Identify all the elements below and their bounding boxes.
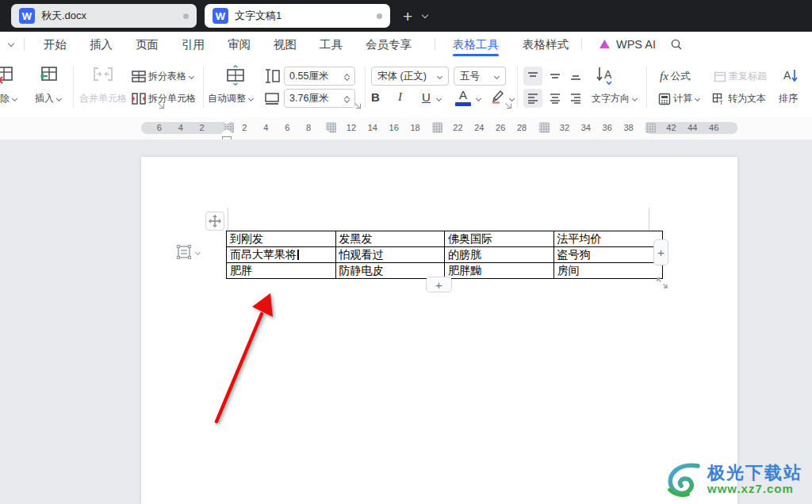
repeat-header-label: 重复标题 [729, 70, 767, 83]
chevron-down-icon[interactable] [476, 97, 481, 101]
table-cell[interactable]: 的膀胱 [445, 247, 554, 263]
table-column-marker[interactable] [645, 122, 656, 133]
calculate-button[interactable]: 计算 [658, 92, 700, 105]
table-cell[interactable]: 怕观看过 [335, 247, 445, 263]
spinner-down-icon[interactable] [344, 76, 350, 80]
table-cell[interactable]: 肥胖黝 [445, 263, 554, 279]
add-row-button[interactable]: + [426, 277, 452, 292]
chevron-down-icon[interactable] [436, 97, 442, 101]
row-selector-button[interactable] [175, 243, 201, 261]
italic-label: I [398, 90, 402, 104]
calculator-icon [658, 93, 671, 105]
ruler[interactable]: 6422468101214161820222426283032343638404… [0, 117, 812, 140]
convert-to-text-button[interactable]: T 转为文本 [712, 92, 766, 105]
menu-tools[interactable]: 工具 [320, 37, 343, 52]
table-cell[interactable]: 盗号狗 [553, 247, 663, 263]
table-to-text-icon: T [712, 93, 726, 105]
ruler-number: 28 [517, 123, 527, 132]
table-cell[interactable]: 法平均价 [553, 231, 663, 247]
document-canvas[interactable]: 到刚发发黑发佛奥国际法平均价而昂大苹果将怕观看过的膀胱盗号狗肥胖防静电皮肥胖黝房… [0, 139, 812, 504]
table-cell[interactable]: 肥胖 [227, 263, 336, 279]
chevron-down-icon[interactable] [509, 97, 515, 101]
align-top-button[interactable] [523, 67, 542, 86]
align-bottom-button[interactable] [566, 67, 585, 86]
table-cell[interactable]: 而昂大苹果将 [227, 247, 336, 263]
font-color-button[interactable]: A [455, 89, 471, 106]
search-icon[interactable] [670, 38, 683, 51]
cell-guide-line [649, 208, 649, 231]
sort-button[interactable]: 排序 [779, 92, 798, 105]
group-dialog-launcher-icon[interactable] [159, 103, 165, 109]
tab-document-1[interactable]: W 秋天.docx [11, 4, 197, 28]
menu-home[interactable]: 开始 [44, 37, 67, 52]
underline-button[interactable]: U [422, 90, 431, 104]
table-cell[interactable]: 发黑发 [335, 231, 445, 247]
font-name-select[interactable]: 宋体 (正文) [371, 67, 449, 86]
ruler-number: 42 [666, 123, 676, 132]
highlight-button[interactable] [490, 89, 506, 105]
spinner-down-icon[interactable] [344, 98, 350, 102]
menu-view[interactable]: 视图 [274, 37, 297, 52]
wps-ai-icon [598, 38, 611, 51]
sort-icon[interactable]: A [782, 67, 799, 84]
row-height-input[interactable]: 0.55厘米 [284, 67, 355, 86]
doc-table[interactable]: 到刚发发黑发佛奥国际法平均价而昂大苹果将怕观看过的膀胱盗号狗肥胖防静电皮肥胖黝房… [226, 231, 663, 279]
tab-list-chevron-icon[interactable] [422, 13, 428, 19]
insert-cells-icon[interactable] [38, 65, 59, 86]
menu-member[interactable]: 会员专享 [366, 37, 412, 52]
ruler-left-margin [141, 122, 227, 134]
menu-insert[interactable]: 插入 [90, 37, 113, 52]
wps-ai-label[interactable]: WPS AI [616, 38, 656, 51]
text-direction-button[interactable]: 文字方向 [592, 92, 638, 105]
tab-modified-dot[interactable] [377, 13, 382, 19]
collapse-ribbon-chevron-icon[interactable] [8, 41, 14, 48]
new-tab-button[interactable]: + [403, 8, 412, 25]
align-left-button[interactable] [523, 89, 542, 108]
formula-button[interactable]: fx 公式 [660, 70, 691, 83]
ruler-number: 4 [263, 123, 268, 132]
chevron-down-icon[interactable] [195, 250, 201, 254]
chevron-down-icon [695, 97, 700, 101]
align-center-button[interactable] [546, 89, 565, 108]
group-dialog-launcher-icon[interactable] [506, 103, 512, 109]
table-column-marker[interactable] [432, 122, 442, 133]
align-right-button[interactable] [566, 89, 585, 108]
menu-reference[interactable]: 引用 [182, 37, 205, 52]
tab-table-style[interactable]: 表格样式 [523, 32, 569, 57]
text-direction-icon[interactable]: A [595, 65, 615, 86]
add-column-button[interactable]: + [653, 239, 668, 265]
group-dialog-launcher-icon[interactable] [355, 103, 362, 109]
delete-cells-icon[interactable] [0, 65, 14, 86]
bold-button[interactable]: B [371, 90, 380, 104]
ruler-number: 36 [603, 123, 612, 132]
autofit-icon[interactable] [225, 65, 246, 86]
ruler-number: 2 [200, 123, 205, 132]
align-center-vertical-button[interactable] [546, 67, 565, 86]
table-resize-handle[interactable] [655, 276, 669, 290]
font-size-select[interactable]: 五号 [454, 67, 506, 86]
chevron-down-icon [494, 74, 500, 78]
table-move-handle[interactable] [205, 212, 224, 231]
table-cell[interactable]: 到刚发 [227, 231, 336, 247]
table-cell[interactable]: 佛奥国际 [445, 231, 554, 247]
convert-to-text-label: 转为文本 [728, 92, 766, 105]
insert-cells-button[interactable]: 插入 [35, 92, 62, 105]
split-table-button[interactable]: 拆分表格 [132, 70, 194, 83]
wps-writer-icon: W [19, 8, 35, 24]
ruler-number: 6 [285, 123, 289, 132]
autofit-button[interactable]: 自动调整 [208, 92, 254, 105]
delete-cells-button[interactable]: 除 [0, 92, 17, 105]
tab-document-2-active[interactable]: W 文字文稿1 [205, 4, 390, 28]
tab-modified-dot[interactable] [183, 13, 189, 19]
table-cell[interactable]: 房间 [553, 263, 663, 279]
menu-review[interactable]: 审阅 [228, 37, 251, 52]
menu-page[interactable]: 页面 [136, 37, 159, 52]
repeat-header-button: 重复标题 [714, 70, 767, 83]
tab-table-tools[interactable]: 表格工具 [453, 32, 499, 57]
table-column-marker[interactable] [539, 122, 550, 133]
watermark-title: 极光下载站 [707, 464, 802, 482]
ruler-number: 16 [389, 123, 399, 132]
ruler-number: 26 [496, 123, 505, 132]
italic-button[interactable]: I [398, 90, 402, 104]
col-width-input[interactable]: 3.76厘米 [284, 89, 355, 108]
